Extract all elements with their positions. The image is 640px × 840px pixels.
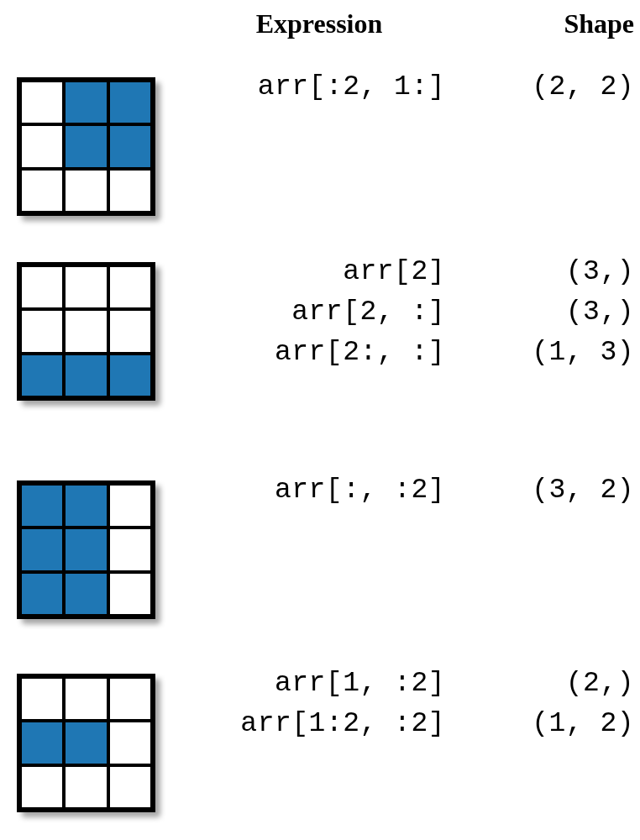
grid-cell <box>20 765 64 809</box>
shape-text: (3,) <box>475 292 634 333</box>
expression-text: arr[2, :] <box>193 292 445 333</box>
grid-cell <box>64 528 108 571</box>
grid-cell <box>20 265 64 309</box>
shape-text: (2,) <box>475 664 634 704</box>
grid-cell <box>108 354 152 397</box>
expressions-col-3: arr[:, :2] <box>193 470 445 511</box>
grid-cell <box>108 528 152 571</box>
grid-cell <box>64 765 108 809</box>
grid-cell <box>64 169 108 213</box>
grid-cell <box>20 721 64 764</box>
array-grid-4 <box>17 674 155 812</box>
grid-cell <box>64 677 108 721</box>
grid-cell <box>108 572 152 616</box>
grid-cell <box>64 309 108 353</box>
grid-cell <box>64 721 108 764</box>
expression-text: arr[:2, 1:] <box>193 67 445 108</box>
grid-cell <box>20 354 64 397</box>
expressions-col-2: arr[2] arr[2, :] arr[2:, :] <box>193 252 445 373</box>
grid-cell <box>64 572 108 616</box>
expression-text: arr[1, :2] <box>193 664 445 704</box>
grid-cell <box>20 572 64 616</box>
grid-cell <box>108 721 152 764</box>
expressions-col-1: arr[:2, 1:] <box>193 67 445 108</box>
shapes-col-2: (3,) (3,) (1, 3) <box>475 252 634 373</box>
grid-cell <box>20 528 64 571</box>
expression-text: arr[:, :2] <box>193 470 445 511</box>
grid-cell <box>20 677 64 721</box>
grid-cell <box>64 484 108 528</box>
expression-header: Expression <box>235 8 403 39</box>
grid-cell <box>108 765 152 809</box>
grid-wrap-3 <box>17 480 155 619</box>
expression-text: arr[1:2, :2] <box>193 704 445 744</box>
expression-text: arr[2:, :] <box>193 333 445 373</box>
grid-cell <box>64 81 108 124</box>
grid-cell <box>108 81 152 124</box>
shape-text: (3, 2) <box>475 470 634 511</box>
grid-cell <box>108 677 152 721</box>
shape-text: (2, 2) <box>475 67 634 108</box>
shapes-col-4: (2,) (1, 2) <box>475 664 634 744</box>
shapes-col-3: (3, 2) <box>475 470 634 511</box>
grid-wrap-2 <box>17 262 155 401</box>
expressions-col-4: arr[1, :2] arr[1:2, :2] <box>193 664 445 744</box>
grid-cell <box>20 169 64 213</box>
grid-cell <box>20 124 64 168</box>
grid-cell <box>108 124 152 168</box>
grid-cell <box>20 309 64 353</box>
shape-text: (1, 3) <box>475 333 634 373</box>
grid-cell <box>108 265 152 309</box>
grid-cell <box>64 124 108 168</box>
array-grid-3 <box>17 480 155 619</box>
grid-cell <box>20 484 64 528</box>
grid-wrap-4 <box>17 674 155 812</box>
grid-cell <box>108 309 152 353</box>
shape-text: (3,) <box>475 252 634 292</box>
expression-text: arr[2] <box>193 252 445 292</box>
grid-cell <box>64 265 108 309</box>
array-grid-1 <box>17 77 155 216</box>
grid-cell <box>108 169 152 213</box>
shape-header: Shape <box>508 8 634 39</box>
shape-text: (1, 2) <box>475 704 634 744</box>
grid-cell <box>64 354 108 397</box>
grid-cell <box>20 81 64 124</box>
grid-cell <box>108 484 152 528</box>
grid-wrap-1 <box>17 77 155 216</box>
array-grid-2 <box>17 262 155 401</box>
shapes-col-1: (2, 2) <box>475 67 634 108</box>
